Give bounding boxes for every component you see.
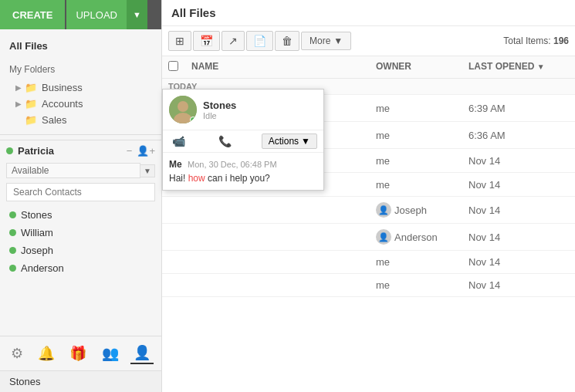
upload-dropdown-arrow[interactable]: ▼ [127, 0, 147, 29]
file-owner: me [376, 256, 468, 268]
contact-item[interactable]: William [0, 224, 161, 242]
contact-name: Anderson [21, 262, 64, 274]
folder-accounts[interactable]: ▶ 📁 Accounts [0, 96, 161, 112]
folder-icon: 📁 [25, 114, 37, 126]
people-icon[interactable]: 👥 [99, 343, 122, 363]
more-button-label: More [309, 35, 330, 46]
expand-arrow-icon: ▶ [15, 83, 22, 92]
contact-list: Stones William Joseph Anderson [0, 204, 161, 279]
file-owner: 👤 Joseph [376, 202, 468, 218]
search-contacts-container [0, 180, 161, 204]
last-opened-column-header[interactable]: LAST OPENED ▼ [468, 61, 569, 73]
gear-icon[interactable]: ⚙ [8, 343, 26, 363]
total-items-count: 196 [553, 35, 569, 46]
tool-btn-calendar[interactable]: 📅 [193, 31, 220, 51]
total-items: Total Items: 196 [503, 35, 569, 46]
contact-item[interactable]: Anderson [0, 259, 161, 277]
more-button[interactable]: More ▼ [301, 32, 351, 50]
checkbox-header[interactable] [168, 61, 191, 73]
chat-highlight-word: how [188, 173, 205, 184]
online-dot [190, 117, 196, 123]
contact-name: William [21, 227, 53, 238]
chat-message-text: Hai! how can i help you? [169, 173, 317, 184]
actions-button[interactable]: Actions ▼ [262, 133, 317, 149]
folder-business[interactable]: ▶ 📁 Business [0, 79, 161, 96]
file-owner: me [376, 279, 468, 291]
chat-contact-info: Stones Idle [203, 100, 236, 120]
chat-popup: Stones Idle 📹 📞 Actions ▼ Me Mon, 30 Dec… [162, 89, 324, 191]
bell-icon[interactable]: 🔔 [35, 343, 58, 363]
chat-messages: Me Mon, 30 Dec, 06:48 PM Hai! how can i … [163, 153, 323, 190]
contact-status-dot [9, 229, 16, 236]
folder-business-label: Business [42, 82, 83, 93]
owner-name: Anderson [394, 231, 438, 243]
gift-icon[interactable]: 🎁 [66, 343, 90, 363]
select-all-checkbox[interactable] [168, 61, 178, 71]
contact-status-dot [9, 265, 16, 272]
sidebar: CREATE UPLOAD ▼ All Files My Folders ▶ 📁… [0, 0, 162, 392]
status-row: Available ▼ [0, 161, 161, 180]
folder-icon: 📁 [25, 82, 37, 93]
upload-button[interactable]: UPLOAD [66, 0, 126, 29]
contact-item[interactable]: Joseph [0, 242, 161, 259]
tool-btn-share[interactable]: ↗ [222, 31, 245, 51]
file-date: Nov 14 [468, 279, 569, 291]
chat-time: Mon, 30 Dec, 06:48 PM [188, 160, 277, 169]
all-files-label[interactable]: All Files [0, 35, 161, 56]
folder-sales[interactable]: 📁 Sales [0, 112, 161, 128]
folder-accounts-label: Accounts [42, 98, 83, 110]
file-owner: 👤 Anderson [376, 229, 468, 245]
sidebar-toolbar: CREATE UPLOAD ▼ [0, 0, 161, 29]
owner-column-header: OWNER [376, 61, 468, 73]
table-row[interactable]: 👤 Joseph Nov 14 [162, 197, 575, 224]
file-owner: me [376, 155, 468, 167]
contact-status-dot [9, 247, 16, 254]
chat-message-meta: Me Mon, 30 Dec, 06:48 PM [169, 159, 317, 170]
table-row[interactable]: 👤 Anderson Nov 14 [162, 224, 575, 251]
video-call-icon[interactable]: 📹 [169, 133, 188, 149]
phone-call-icon[interactable]: 📞 [215, 133, 235, 149]
main-header: All Files [162, 0, 575, 26]
search-contacts-input[interactable] [6, 183, 155, 201]
actions-dropdown-icon: ▼ [301, 136, 310, 147]
contact-status-dot [9, 211, 16, 218]
contact-name: Stones [21, 209, 52, 221]
chat-actions-bar: 📹 📞 Actions ▼ [163, 130, 323, 153]
my-folders-group: My Folders ▶ 📁 Business ▶ 📁 Accounts 📁 S… [0, 56, 161, 131]
sidebar-content: All Files My Folders ▶ 📁 Business ▶ 📁 Ac… [0, 29, 161, 336]
actions-button-label: Actions [269, 136, 299, 147]
main-content: All Files ⊞ 📅 ↗ 📄 🗑 More ▼ Total Items: … [162, 0, 575, 392]
folder-sales-label: Sales [42, 114, 67, 126]
user-name-label: Patricia [18, 145, 54, 157]
chat-sender: Me [169, 159, 182, 170]
name-column-header[interactable]: NAME [191, 61, 376, 73]
file-toolbar: ⊞ 📅 ↗ 📄 🗑 More ▼ Total Items: 196 [162, 26, 575, 56]
table-row[interactable]: me Nov 14 [162, 251, 575, 274]
table-row[interactable]: me Nov 14 [162, 274, 575, 297]
chat-contact-status: Idle [203, 111, 236, 120]
minimize-icon[interactable]: − [127, 145, 133, 157]
owner-avatar: 👤 [376, 202, 391, 218]
file-date: Nov 14 [468, 231, 569, 243]
status-dropdown-arrow[interactable]: ▼ [140, 164, 155, 177]
chat-header: Stones Idle [163, 90, 323, 130]
tool-btn-view[interactable]: ⊞ [168, 31, 191, 51]
tool-btn-delete[interactable]: 🗑 [275, 31, 299, 51]
sort-arrow-icon: ▼ [537, 63, 545, 71]
more-dropdown-icon: ▼ [333, 35, 343, 46]
sidebar-bottom-icons: ⚙ 🔔 🎁 👥 👤 [0, 336, 161, 370]
tool-btn-copy[interactable]: 📄 [246, 31, 273, 51]
user-section: Patricia − 👤+ [0, 140, 161, 161]
create-button[interactable]: CREATE [0, 0, 65, 29]
total-items-label: Total Items: [503, 35, 550, 46]
file-date: Nov 14 [468, 256, 569, 268]
chat-contact-name: Stones [203, 100, 236, 111]
stones-bottom-label: Stones [0, 370, 161, 392]
file-date: Nov 14 [468, 204, 569, 216]
chat-avatar [169, 96, 197, 123]
person-icon[interactable]: 👤 [130, 343, 154, 364]
add-contact-icon[interactable]: 👤+ [137, 145, 155, 157]
file-owner: me [376, 103, 468, 114]
contact-item[interactable]: Stones [0, 206, 161, 224]
user-name: Patricia [6, 145, 54, 157]
